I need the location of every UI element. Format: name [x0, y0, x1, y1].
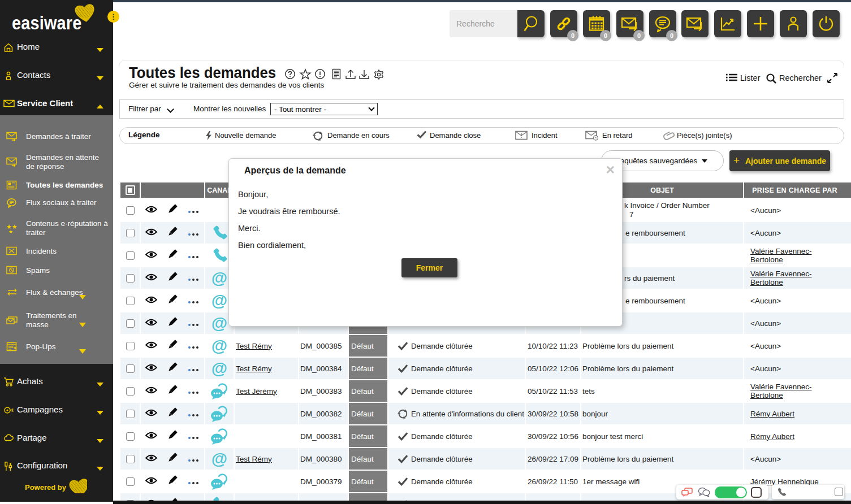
svg-text:★: ★ [8, 229, 13, 233]
